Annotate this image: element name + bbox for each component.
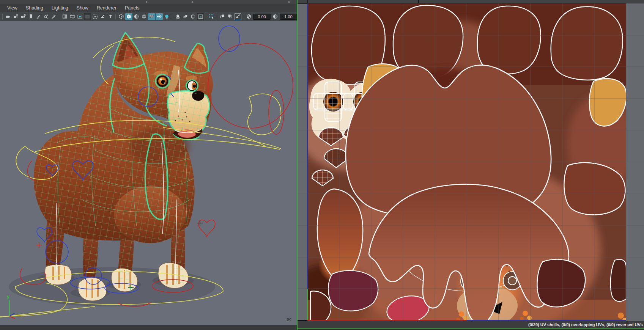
3d-scene-render[interactable]: y xyxy=(0,21,297,330)
xray-icon[interactable] xyxy=(234,13,241,20)
texture-image xyxy=(298,3,635,321)
uv-status-bar: (0/29) UV shells, (0/0) overlapping UVs,… xyxy=(298,321,644,328)
axis-y-label: y xyxy=(7,294,10,299)
window-bottom-edge xyxy=(0,325,297,330)
textured-icon[interactable] xyxy=(140,13,148,20)
gate-mask-icon[interactable] xyxy=(84,13,91,20)
menu-panels[interactable]: Panels xyxy=(121,5,143,12)
uv-layout-view[interactable] xyxy=(298,3,644,321)
toolbar-separator xyxy=(172,14,173,19)
viewport-3d-scene[interactable]: y xyxy=(0,21,297,330)
exposure-field[interactable]: 0.00 xyxy=(253,14,271,20)
camera-label: pe xyxy=(287,317,297,321)
menu-view[interactable]: View xyxy=(3,5,22,12)
uv-shell-leg[interactable] xyxy=(477,6,541,74)
uv-editor-panel: 1 (0/29) UV shells, (0/0) overlapping UV… xyxy=(298,0,644,330)
gamma-icon[interactable] xyxy=(272,13,279,20)
ruler-tick xyxy=(418,0,419,3)
menu-shading[interactable]: Shading xyxy=(22,5,47,12)
film-gate-icon[interactable] xyxy=(69,13,76,20)
select-camera-icon[interactable] xyxy=(5,13,12,20)
select-object-icon[interactable] xyxy=(208,13,215,20)
ruler-tick xyxy=(307,0,308,3)
menu-lighting[interactable]: Lighting xyxy=(47,5,72,12)
toolbar-separator xyxy=(205,14,206,19)
grease-pencil-icon[interactable] xyxy=(50,13,57,20)
top-edge-tick xyxy=(288,1,290,3)
toolbar-separator xyxy=(115,14,116,19)
wireframe-icon[interactable] xyxy=(118,13,125,20)
uv-shell-crescent-maroon[interactable] xyxy=(328,270,378,311)
uv-editor-canvas[interactable] xyxy=(298,3,644,321)
maya-window: ViewShadingLightingShowRendererPanels 0.… xyxy=(0,0,644,330)
panel-menu-bar: ViewShadingLightingShowRendererPanels xyxy=(0,4,297,12)
perspective-viewport-panel: ViewShadingLightingShowRendererPanels 0.… xyxy=(0,4,297,330)
active-panel-border xyxy=(297,0,298,330)
toolbar-separator xyxy=(216,14,217,19)
menu-renderer[interactable]: Renderer xyxy=(93,5,121,12)
isolate-add-icon[interactable] xyxy=(227,13,234,20)
anti-alias-icon[interactable] xyxy=(197,13,204,20)
uv-shell-leg[interactable] xyxy=(551,7,623,80)
top-edge-tick xyxy=(192,1,193,3)
safe-action-icon[interactable] xyxy=(99,13,106,20)
field-chart-icon[interactable] xyxy=(91,13,99,20)
image-plane-icon[interactable] xyxy=(35,13,42,20)
ambient-occlusion-icon[interactable] xyxy=(189,13,197,20)
camera-attributes-icon[interactable] xyxy=(20,13,27,20)
2d-pan-zoom-icon[interactable] xyxy=(43,13,50,20)
gamma-field[interactable]: 1.00 xyxy=(280,14,297,20)
toolbar-separator xyxy=(2,14,3,19)
motion-blur-icon[interactable] xyxy=(182,13,189,20)
menu-show[interactable]: Show xyxy=(72,5,93,12)
lights-icon[interactable] xyxy=(156,13,163,20)
isolate-select-icon[interactable] xyxy=(219,13,226,20)
exposure-icon[interactable] xyxy=(245,13,252,20)
smooth-shade-icon[interactable] xyxy=(125,13,132,20)
resolution-gate-icon[interactable] xyxy=(76,13,83,20)
toolbar-separator xyxy=(242,14,244,19)
uv-ruler-label-1: 1 xyxy=(626,321,628,325)
use-default-material-icon[interactable] xyxy=(133,13,140,20)
uv-shell-wedge-edge[interactable] xyxy=(611,259,626,302)
uv-shell-chest[interactable] xyxy=(317,189,363,284)
ground-shadows-icon[interactable] xyxy=(174,13,181,20)
viewport-toolbar: 0.001.00ONsR xyxy=(0,12,297,21)
checkered-icon[interactable] xyxy=(148,13,155,20)
grid-icon[interactable] xyxy=(61,13,68,20)
shadows-icon[interactable] xyxy=(163,13,170,20)
top-edge-tick xyxy=(146,1,147,3)
lock-camera-icon[interactable] xyxy=(12,13,19,20)
safe-title-icon[interactable] xyxy=(107,13,114,20)
toolbar-separator xyxy=(58,14,60,19)
bookmark-icon[interactable] xyxy=(27,13,35,20)
uv-editor-top-edge xyxy=(298,0,644,3)
